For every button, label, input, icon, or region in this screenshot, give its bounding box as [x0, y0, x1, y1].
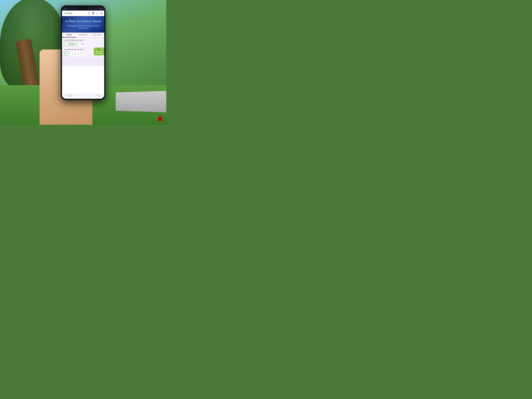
status-left: 2:16 — [64, 8, 66, 9]
hero-title: A Plan for Every Need — [65, 19, 101, 23]
unlimited-option[interactable]: ✔ Unlimited — [64, 42, 77, 46]
help-nav-item[interactable]: ❓ Help — [88, 12, 90, 15]
sales-help-widget[interactable]: ✕ 📞 Sales Help 844-246-1939 — [94, 48, 104, 55]
fixed-option[interactable]: Fixed — [78, 42, 86, 46]
signin-nav-item[interactable]: 👤 Sign In — [92, 12, 95, 15]
sales-help-phone: 844-246-1939 — [95, 53, 103, 54]
sales-phone-icon: 📞 — [95, 49, 103, 51]
header-nav-icons: ❓ Help 👤 Sign In 🛒 (1) ☰ — [88, 12, 102, 15]
cricket-logo: cricket® — [64, 12, 73, 15]
account-icon: 👤 — [92, 12, 94, 14]
tab-smartwatch[interactable]: Smartwatch — [76, 33, 90, 38]
help-label: Help — [88, 14, 90, 15]
site-header: cricket® ❓ Help 👤 Sign In 🛒 (1) — [62, 11, 104, 16]
hero-subtitle: 5G Coverage • No Overage Charges • Month… — [65, 25, 101, 29]
device-tabs: Phone Smartwatch Data Device — [62, 33, 104, 38]
unlimited-checkmark: ✔ — [66, 43, 68, 45]
line-1-label: 1 — [66, 53, 67, 55]
line-2-label: 2 — [72, 53, 73, 55]
aa-logo-svg — [156, 114, 164, 121]
status-battery: 63% — [100, 8, 102, 9]
sales-help-close[interactable]: ✕ — [103, 48, 104, 49]
line-3-label: 3 — [78, 53, 78, 55]
data-question-label: How much data do you need? — [64, 39, 102, 41]
unlimited-label: Unlimited — [68, 43, 75, 45]
line-4-label: 4 — [83, 53, 84, 55]
logo-registered: ® — [72, 12, 73, 13]
hero-section: A Plan for Every Need 5G Coverage • No O… — [62, 16, 104, 33]
status-time: 2:16 — [64, 8, 66, 9]
signin-label: Sign In — [92, 14, 95, 15]
camera-notch — [78, 7, 89, 10]
tab-phone[interactable]: Phone — [62, 33, 76, 38]
next-button[interactable]: Next > — [97, 95, 101, 96]
line-1-checkmark: ✔ — [65, 52, 66, 54]
phone-device: 2:16 63% cricket® ❓ Help 👤 — [61, 5, 106, 100]
tab-data-device[interactable]: Data Device — [90, 33, 104, 38]
help-icon: ❓ — [88, 12, 90, 14]
status-right: 63% — [100, 8, 102, 9]
tab-smartwatch-label: Smartwatch — [79, 34, 87, 36]
logo-text: cricket — [64, 12, 72, 15]
tab-phone-label: Phone — [67, 34, 71, 36]
tab-data-device-label: Data Device — [93, 34, 101, 36]
fixed-label: Fixed — [81, 43, 84, 45]
line-4-btn[interactable]: 4 — [82, 51, 86, 56]
pagination-nav: < Previous Next > — [63, 94, 103, 97]
cart-nav-item[interactable]: 🛒 (1) — [96, 12, 99, 15]
prev-button[interactable]: < Previous — [65, 95, 72, 96]
sales-help-label: Sales Help — [95, 51, 103, 52]
line-3-btn[interactable]: 3 — [76, 51, 81, 56]
hamburger-menu-icon[interactable]: ☰ — [100, 12, 102, 15]
cart-count: (1) — [97, 14, 98, 15]
data-filter-section: How much data do you need? ✔ Unlimited F… — [62, 38, 104, 48]
aa-logo-watermark — [156, 114, 164, 122]
cart-icon: 🛒 — [96, 12, 99, 14]
plans-section: Phone Smartwatch Data Device How much da… — [62, 33, 104, 66]
phone-screen: 2:16 63% cricket® ❓ Help 👤 — [62, 7, 104, 99]
road — [116, 91, 166, 112]
line-1-btn[interactable]: ✔ 1 — [64, 51, 69, 56]
line-2-btn[interactable]: 2 — [70, 51, 75, 56]
data-options: ✔ Unlimited Fixed — [64, 42, 102, 46]
